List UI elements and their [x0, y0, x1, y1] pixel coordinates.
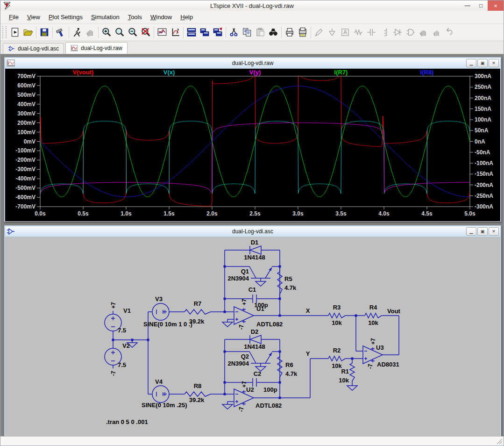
cascade-windows-button[interactable] [211, 26, 224, 39]
legend-item[interactable]: V(y) [249, 69, 261, 76]
schematic-label: V2 [122, 342, 130, 349]
place-component-button [404, 26, 417, 39]
schematic-label: 10k [332, 319, 342, 326]
menu-window[interactable]: Window [146, 12, 176, 22]
control-panel-icon [56, 27, 66, 37]
print-button[interactable] [283, 26, 296, 39]
close-button[interactable]: × [488, 0, 504, 11]
schematic-label: ADTL082 [256, 402, 282, 409]
find-button[interactable] [267, 26, 280, 39]
legend-item[interactable]: V(x) [163, 69, 175, 76]
resize-grip-icon[interactable] [497, 439, 503, 445]
schematic-label: 4.7k [285, 370, 298, 377]
wave-restore-button[interactable]: ▣ [477, 59, 488, 67]
schem-restore-button[interactable]: ▣ [477, 227, 488, 236]
schematic-drawing[interactable]: D11N4148Q12N3904R54.7kC1100pU1ADTL082XR3… [105, 239, 401, 425]
schematic-label: 10k [339, 377, 349, 384]
zoom-out-icon [128, 27, 138, 37]
tab-dual-Log-vdi.raw[interactable]: dual-Log-vdi.raw [65, 42, 128, 54]
mdi-area: dual-Log-vdi.raw ▁ ▣ ✕ 700mV600mV500mV40… [0, 54, 504, 436]
y-left-tick-label: 400mV [17, 101, 35, 108]
zoom-back-icon [114, 27, 125, 37]
schematic-canvas[interactable]: D11N4148Q12N3904R54.7kC1100pU1ADTL082XR3… [5, 237, 500, 436]
schematic-label: Vout [387, 308, 401, 315]
y-right-tick-label: -100nA [475, 160, 493, 166]
autorange-y-axis-button[interactable] [156, 26, 169, 39]
move-button [417, 26, 430, 39]
copy-button[interactable] [241, 26, 254, 39]
waveform-window[interactable]: dual-Log-vdi.raw ▁ ▣ ✕ 700mV600mV500mV40… [4, 57, 501, 222]
zoom-full-extents-button[interactable] [139, 26, 152, 39]
legend-item[interactable]: I(R8) [420, 69, 434, 76]
y-left-tick-label: 0mV [24, 138, 35, 145]
zoom-in-button[interactable] [100, 26, 113, 39]
toolbar: A [0, 24, 504, 41]
schematic-window-titlebar[interactable]: dual-Log-vdi.asc ▁ ▣ ✕ [5, 226, 500, 237]
wave-minimize-button[interactable]: ▁ [466, 59, 476, 67]
maximize-button[interactable]: □ [474, 0, 488, 11]
place-resistor-icon [353, 27, 363, 37]
run-button[interactable] [71, 26, 84, 39]
tab-dual-Log-vdi.asc[interactable]: dual-Log-vdi.asc [3, 43, 64, 54]
toolbar-grip[interactable] [2, 26, 7, 38]
tile-vertically-button[interactable] [198, 26, 211, 39]
schem-minimize-button[interactable]: ▁ [466, 227, 476, 236]
cut-button[interactable] [227, 26, 241, 39]
menu-file[interactable]: File [5, 12, 23, 22]
save-button[interactable] [38, 26, 51, 39]
svg-text:A: A [343, 29, 348, 36]
toolbar-separator [281, 27, 282, 38]
draw-wire-icon [314, 27, 324, 37]
menu-plot-settings[interactable]: Plot Settings [44, 12, 87, 22]
new-schematic-button[interactable] [8, 26, 21, 39]
rail-flag-label: -7 [238, 324, 245, 330]
schematic-label: U3 [376, 344, 384, 351]
plot-settings-button[interactable] [169, 26, 182, 39]
place-diode-button [391, 26, 404, 39]
place-ground-icon [327, 27, 337, 37]
schematic-label: R1 [341, 368, 349, 375]
schematic-label: Y [306, 350, 310, 357]
schematic-label: R5 [284, 275, 292, 282]
zoom-back-button[interactable] [113, 26, 126, 39]
place-resistor-button [352, 26, 365, 39]
run-icon [72, 27, 82, 37]
menu-simulation[interactable]: Simulation [87, 12, 124, 22]
open-button[interactable] [21, 26, 35, 39]
titlebar[interactable]: LTspice XVII - dual-Log-vdi.raw — □ × [0, 0, 504, 11]
schematic-label: R4 [369, 304, 377, 311]
place-inductor-button [378, 26, 391, 39]
wave-close-button[interactable]: ✕ [489, 59, 499, 67]
toolbar-separator [52, 27, 53, 38]
legend-item[interactable]: V(vout) [73, 69, 94, 76]
control-panel-button[interactable] [54, 26, 67, 39]
place-label-icon: A [340, 27, 350, 37]
legend-item[interactable]: I(R7) [334, 69, 348, 76]
menu-view[interactable]: View [23, 12, 44, 22]
schematic-label: 39.2k [189, 396, 205, 403]
schematic-label: X [306, 307, 310, 314]
schematic-label: C1 [248, 286, 256, 293]
schematic-window[interactable]: dual-Log-vdi.asc ▁ ▣ ✕ D11N4148Q12N3904R… [4, 225, 501, 437]
toolbar-separator [226, 27, 226, 38]
minimize-button[interactable]: — [461, 0, 474, 11]
schematic-label: V1 [123, 307, 131, 314]
halt-icon [85, 27, 95, 37]
print-preview-button[interactable] [296, 26, 309, 39]
schematic-label: 100p [263, 386, 277, 393]
schematic-label: 1N4148 [244, 254, 265, 261]
toolbar-separator [98, 27, 99, 38]
menu-help[interactable]: Help [176, 12, 197, 22]
tile-horizontally-button[interactable] [185, 26, 198, 39]
zoom-out-button[interactable] [126, 26, 139, 39]
waveform-window-titlebar[interactable]: dual-Log-vdi.raw ▁ ▣ ✕ [5, 58, 500, 69]
y-left-tick-label: -700mV [15, 203, 35, 210]
paste-icon [255, 27, 265, 37]
schematic-label: R7 [194, 300, 202, 307]
tab-label: dual-Log-vdi.raw [81, 45, 122, 51]
y-left-tick-label: -200mV [15, 157, 35, 163]
schem-close-button[interactable]: ✕ [489, 227, 499, 236]
menu-tools[interactable]: Tools [124, 12, 146, 22]
y-right-tick-label: 200nA [475, 95, 491, 101]
plot-area[interactable]: 700mV600mV500mV400mV300mV200mV100mV0mV-1… [5, 69, 500, 221]
